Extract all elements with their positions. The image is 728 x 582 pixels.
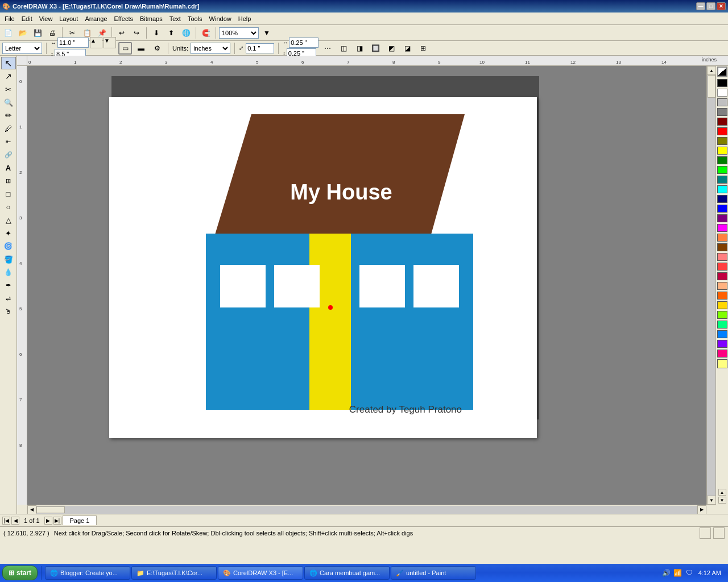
- taskbar-cara[interactable]: 🌐 Cara membuat gam...: [304, 566, 390, 580]
- color-purple[interactable]: [717, 214, 727, 222]
- redo-button[interactable]: ↪: [130, 27, 143, 39]
- open-button[interactable]: 📂: [16, 27, 30, 39]
- export-button[interactable]: ⬆: [164, 27, 178, 39]
- color-peach[interactable]: [717, 282, 727, 290]
- spiral-tool[interactable]: 🌀: [1, 240, 16, 252]
- page-options-btn[interactable]: ⚙: [150, 42, 164, 55]
- connector-tool[interactable]: 🔗: [1, 148, 16, 161]
- menu-file[interactable]: File: [1, 14, 18, 23]
- scroll-track-horizontal[interactable]: [36, 506, 697, 514]
- fill-tool[interactable]: 🪣: [1, 253, 16, 265]
- color-brown[interactable]: [717, 243, 727, 251]
- taskbar-explorer[interactable]: 📁 E:\Tugas\T.I.K\Cor...: [131, 566, 217, 580]
- interactive-tool[interactable]: 🖱: [1, 305, 16, 318]
- dup-x-input[interactable]: [289, 38, 318, 48]
- page-tab-1[interactable]: Page 1: [63, 516, 97, 525]
- start-button[interactable]: ⊞ start: [2, 566, 38, 580]
- toolbar-opt5[interactable]: ◪: [400, 42, 414, 55]
- zoom-select[interactable]: 100%50%75%150%200%: [219, 27, 259, 39]
- menu-edit[interactable]: Edit: [18, 14, 36, 23]
- color-white[interactable]: [717, 89, 727, 97]
- color-gold[interactable]: [717, 301, 727, 309]
- page-nav-prev[interactable]: ◀: [11, 517, 19, 525]
- outline-tool[interactable]: ✒: [1, 279, 16, 292]
- right-scrollbar[interactable]: ▲ ▼: [706, 66, 715, 505]
- menu-text[interactable]: Text: [166, 14, 184, 23]
- tray-security[interactable]: 🛡: [685, 568, 694, 577]
- color-blue[interactable]: [717, 205, 727, 213]
- taskbar-paint[interactable]: 🖌️ untitled - Paint: [391, 566, 476, 580]
- palette-scroll-down[interactable]: ▼: [718, 497, 726, 504]
- freehand-tool[interactable]: ✏: [1, 109, 16, 122]
- bottom-scrollbar[interactable]: ◀ ▶: [27, 505, 706, 514]
- nudge-input[interactable]: [246, 43, 274, 53]
- width-down[interactable]: ▼: [104, 37, 116, 48]
- tray-network[interactable]: 🔊: [662, 568, 671, 577]
- rect-tool[interactable]: □: [1, 188, 16, 200]
- select-tool[interactable]: ↖: [1, 57, 16, 69]
- new-button[interactable]: 📄: [1, 27, 15, 39]
- maximize-button[interactable]: □: [706, 2, 715, 10]
- no-fill-swatch[interactable]: [717, 66, 727, 77]
- menu-layout[interactable]: Layout: [56, 14, 81, 23]
- star-tool[interactable]: ✦: [1, 227, 16, 239]
- taskbar-coreldraw[interactable]: 🎨 CorelDRAW X3 - [E...: [218, 566, 303, 580]
- scroll-thumb-horizontal[interactable]: [36, 506, 65, 513]
- color-coral[interactable]: [717, 263, 727, 271]
- color-violet[interactable]: [717, 340, 727, 348]
- fill-indicator[interactable]: [713, 527, 725, 539]
- color-magenta[interactable]: [717, 224, 727, 232]
- color-sky[interactable]: [717, 330, 727, 338]
- units-select[interactable]: inchesmmcmpixels: [191, 43, 230, 54]
- color-teal[interactable]: [717, 176, 727, 184]
- page-nav-first[interactable]: |◀: [2, 517, 10, 525]
- color-red[interactable]: [717, 127, 727, 135]
- color-yellow[interactable]: [717, 147, 727, 155]
- scroll-left-button[interactable]: ◀: [27, 505, 36, 514]
- menu-help[interactable]: Help: [235, 14, 255, 23]
- toolbar-opt3[interactable]: 🔲: [369, 42, 382, 55]
- color-green[interactable]: [717, 166, 727, 174]
- zoom-dropdown[interactable]: ▼: [260, 27, 274, 39]
- color-gray-light[interactable]: [717, 98, 727, 106]
- menu-window[interactable]: Window: [206, 14, 235, 23]
- menu-view[interactable]: View: [36, 14, 56, 23]
- color-pink[interactable]: [717, 350, 727, 357]
- scroll-down-button[interactable]: ▼: [707, 496, 716, 505]
- save-button[interactable]: 💾: [31, 27, 44, 39]
- toolbar-opt6[interactable]: ⊞: [416, 42, 430, 55]
- crop-tool[interactable]: ✂: [1, 83, 16, 95]
- color-salmon[interactable]: [717, 253, 727, 261]
- width-up[interactable]: ▲: [90, 37, 102, 48]
- shape-tool[interactable]: ↗: [1, 70, 16, 82]
- landscape-btn[interactable]: ▬: [134, 42, 148, 55]
- color-crimson[interactable]: [717, 272, 727, 280]
- close-button[interactable]: ✕: [717, 2, 726, 10]
- toolbar-opt4[interactable]: ◩: [384, 42, 398, 55]
- color-lemon[interactable]: [717, 359, 727, 368]
- minimize-button[interactable]: —: [696, 2, 705, 10]
- text-tool[interactable]: A: [1, 161, 16, 174]
- color-olive[interactable]: [717, 137, 727, 145]
- color-tangerine[interactable]: [717, 292, 727, 300]
- toolbar-opt2[interactable]: ◨: [353, 42, 366, 55]
- scroll-track-vertical[interactable]: [707, 75, 715, 496]
- smart-draw-tool[interactable]: 🖊: [1, 122, 16, 135]
- publish-button[interactable]: 🌐: [179, 27, 193, 39]
- scroll-right-button[interactable]: ▶: [697, 505, 706, 514]
- table-tool[interactable]: ⊞: [1, 174, 16, 187]
- menu-arrange[interactable]: Arrange: [81, 14, 110, 23]
- import-button[interactable]: ⬇: [150, 27, 163, 39]
- color-dark-red[interactable]: [717, 118, 727, 126]
- zoom-tool[interactable]: 🔍: [1, 96, 16, 109]
- snap-button[interactable]: 🧲: [199, 27, 213, 39]
- color-lime[interactable]: [717, 311, 727, 319]
- ellipse-tool[interactable]: ○: [1, 201, 16, 213]
- color-navy[interactable]: [717, 195, 727, 203]
- page-nav-last[interactable]: ▶|: [53, 517, 61, 525]
- page-nav-next[interactable]: ▶: [44, 517, 52, 525]
- eyedropper-tool[interactable]: 💧: [1, 266, 16, 278]
- polygon-tool[interactable]: △: [1, 214, 16, 226]
- dimension-tool[interactable]: ⇤: [1, 135, 16, 148]
- scroll-thumb-vertical[interactable]: [708, 75, 715, 98]
